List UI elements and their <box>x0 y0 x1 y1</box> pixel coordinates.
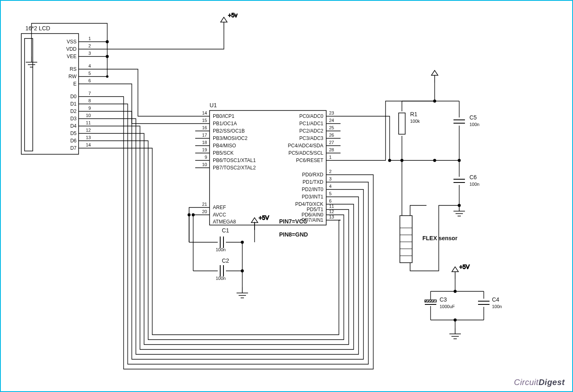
svg-text:PC4/ADC4/SDA: PC4/ADC4/SDA <box>288 143 323 149</box>
flex-label: FLEX sensor <box>422 235 458 241</box>
mcu-left-labels: PB0/ICP114 PB1/OC1A15 PB2/SS/OC1B16 PB3/… <box>202 110 256 218</box>
svg-text:C6: C6 <box>469 174 477 180</box>
svg-text:RW: RW <box>68 74 77 79</box>
lcd-title: 16*2 LCD <box>25 25 50 32</box>
svg-text:D7: D7 <box>70 145 77 151</box>
svg-text:AVCC: AVCC <box>213 212 226 218</box>
svg-text:+5v: +5v <box>228 12 237 18</box>
svg-text:27: 27 <box>329 140 334 145</box>
svg-text:21: 21 <box>202 202 207 207</box>
schematic-svg: 16*2 LCD VSS1 VDD2 VEE3 RS4 RW5 E6 D07 D… <box>1 1 572 391</box>
svg-text:12: 12 <box>329 209 334 214</box>
svg-text:D0: D0 <box>70 94 77 99</box>
svg-text:2: 2 <box>88 43 91 48</box>
svg-text:D3: D3 <box>70 116 77 122</box>
svg-text:9: 9 <box>88 106 91 110</box>
svg-text:D2: D2 <box>70 108 77 114</box>
svg-text:1000uF: 1000uF <box>440 304 455 309</box>
brand-logo: CircuitDigest <box>514 378 565 387</box>
svg-text:100n: 100n <box>216 276 226 281</box>
svg-text:28: 28 <box>329 147 334 152</box>
svg-text:PC2/ADC2: PC2/ADC2 <box>299 128 323 134</box>
svg-text:PC6/RESET: PC6/RESET <box>296 158 323 163</box>
brand-a: Circuit <box>514 378 539 387</box>
svg-text:19: 19 <box>202 147 207 152</box>
svg-text:100k: 100k <box>410 119 420 124</box>
svg-text:PD1/TXD: PD1/TXD <box>302 179 323 185</box>
svg-text:PB1/OC1A: PB1/OC1A <box>213 121 237 126</box>
svg-text:11: 11 <box>329 204 334 209</box>
svg-text:26: 26 <box>329 133 334 137</box>
svg-text:PC1/ADC1: PC1/ADC1 <box>299 121 323 126</box>
svg-text:AREF: AREF <box>213 205 226 210</box>
schematic-frame: 16*2 LCD VSS1 VDD2 VEE3 RS4 RW5 E6 D07 D… <box>0 0 573 392</box>
svg-text:1: 1 <box>329 155 332 160</box>
svg-text:PB0/ICP1: PB0/ICP1 <box>213 113 235 119</box>
svg-text:14: 14 <box>202 110 207 115</box>
svg-text:9: 9 <box>205 155 207 160</box>
flex-sensor: FLEX sensor <box>400 216 458 263</box>
svg-text:15: 15 <box>202 118 207 123</box>
svg-text:12: 12 <box>86 128 91 133</box>
svg-text:17: 17 <box>202 133 207 137</box>
svg-text:25: 25 <box>329 125 334 130</box>
svg-text:+5V: +5V <box>259 214 269 221</box>
svg-text:C4: C4 <box>492 296 499 303</box>
svg-text:PD7/AIN1: PD7/AIN1 <box>302 217 324 223</box>
mcu-right-labels: PC0/ADC023 PC1/ADC124 PC2/ADC225 PC3/ADC… <box>288 110 334 223</box>
svg-text:5: 5 <box>88 71 91 76</box>
svg-text:11: 11 <box>86 120 91 125</box>
svg-text:PC0/ADC0: PC0/ADC0 <box>299 113 323 119</box>
svg-text:PB5/SCK: PB5/SCK <box>213 150 234 156</box>
svg-text:PB3/MOSI/OC2: PB3/MOSI/OC2 <box>213 135 248 141</box>
svg-text:1: 1 <box>88 36 91 41</box>
brand-b: Digest <box>539 378 565 387</box>
svg-text:13: 13 <box>329 214 334 219</box>
svg-text:D4: D4 <box>70 123 77 129</box>
svg-text:PC5/ADC5/SCL: PC5/ADC5/SCL <box>289 150 324 156</box>
mcu-gnd-note: PIN8=GND <box>279 231 308 238</box>
svg-text:10: 10 <box>202 162 207 167</box>
svg-text:PD3/INT1: PD3/INT1 <box>302 194 323 200</box>
wires: +5v +5V <box>26 12 490 369</box>
svg-text:D1: D1 <box>70 101 77 107</box>
svg-text:3: 3 <box>329 176 332 181</box>
svg-text:C5: C5 <box>469 114 477 121</box>
svg-text:PD0/RXD: PD0/RXD <box>302 172 323 178</box>
svg-text:24: 24 <box>329 118 334 123</box>
svg-text:8: 8 <box>88 98 91 103</box>
svg-text:2: 2 <box>329 169 332 174</box>
svg-text:14: 14 <box>86 142 91 147</box>
svg-text:20: 20 <box>202 209 207 214</box>
svg-text:6: 6 <box>88 78 91 83</box>
svg-text:D6: D6 <box>70 138 77 144</box>
svg-text:7: 7 <box>88 91 91 96</box>
svg-text:4: 4 <box>88 63 91 68</box>
svg-text:D5: D5 <box>70 131 77 136</box>
svg-text:E: E <box>73 81 77 87</box>
svg-text:5: 5 <box>329 191 332 196</box>
svg-text:C1: C1 <box>222 227 229 234</box>
svg-text:PD2/INT0: PD2/INT0 <box>302 187 323 192</box>
svg-text:100n: 100n <box>492 304 502 309</box>
svg-text:23: 23 <box>329 110 334 115</box>
svg-text:100n: 100n <box>469 182 479 187</box>
svg-text:PD6/AIN0: PD6/AIN0 <box>302 212 324 218</box>
svg-text:3: 3 <box>88 51 91 56</box>
svg-text:100n: 100n <box>469 122 479 127</box>
svg-text:PB7/TOSC2/XTAL2: PB7/TOSC2/XTAL2 <box>213 165 256 171</box>
svg-text:PB4/MISO: PB4/MISO <box>213 143 236 149</box>
svg-text:PB2/SS/OC1B: PB2/SS/OC1B <box>213 128 245 134</box>
svg-text:16: 16 <box>202 125 207 130</box>
svg-text:R1: R1 <box>410 111 417 117</box>
svg-text:PD4/T0/XCK: PD4/T0/XCK <box>295 201 323 207</box>
svg-text:C3: C3 <box>440 296 447 303</box>
svg-text:VEE: VEE <box>67 54 77 59</box>
svg-text:VSS: VSS <box>67 39 77 45</box>
svg-text:PC3/ADC3: PC3/ADC3 <box>299 135 323 141</box>
svg-text:PD5/T1: PD5/T1 <box>307 207 323 212</box>
svg-text:4: 4 <box>329 184 332 189</box>
svg-text:C2: C2 <box>222 257 229 264</box>
svg-text:RS: RS <box>70 66 77 72</box>
svg-text:13: 13 <box>86 135 91 140</box>
